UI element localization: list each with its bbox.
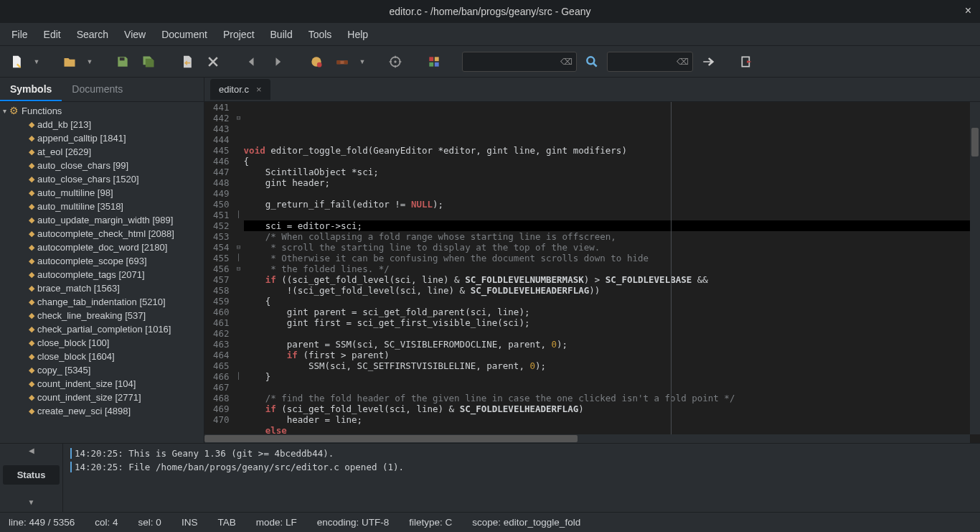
symbol-label: check_line_breaking [537] <box>37 310 146 321</box>
symbol-label: count_indent_size [104] <box>37 378 136 389</box>
svg-rect-0 <box>120 57 125 60</box>
status-filetype: filetype: C <box>409 517 452 528</box>
message-body[interactable]: 14:20:25: This is Geany 1.36 (git >= 4bc… <box>63 444 980 512</box>
build-dropdown[interactable]: ▼ <box>357 51 367 73</box>
horizontal-scrollbar[interactable] <box>204 434 970 443</box>
symbol-item[interactable]: ◆close_block [1604] <box>0 350 204 363</box>
symbol-label: auto_close_chars [99] <box>37 160 128 171</box>
sidebar-tab-symbols[interactable]: Symbols <box>0 78 62 101</box>
function-icon: ◆ <box>29 147 34 157</box>
symbol-item[interactable]: ◆create_new_sci [4898] <box>0 404 204 418</box>
menu-help[interactable]: Help <box>340 24 375 45</box>
open-recent-dropdown[interactable]: ▼ <box>85 51 95 73</box>
window-title: editor.c - /home/ban/progs/geany/src - G… <box>390 6 591 17</box>
symbol-item[interactable]: ◆auto_update_margin_width [989] <box>0 213 204 227</box>
menu-view[interactable]: View <box>117 24 153 45</box>
symbol-item[interactable]: ◆autocomplete_check_html [2088] <box>0 227 204 241</box>
run-button[interactable] <box>385 51 406 73</box>
symbol-item[interactable]: ◆copy_ [5345] <box>0 363 204 377</box>
build-button[interactable] <box>331 51 353 73</box>
symbol-item[interactable]: ◆count_indent_size [104] <box>0 377 204 391</box>
fold-column[interactable]: ⊟│⊟│⊟│ <box>234 102 244 443</box>
open-file-button[interactable] <box>59 51 80 73</box>
tree-category-functions[interactable]: ▾ ⚙ Functions <box>0 103 204 118</box>
status-enc: encoding: UTF-8 <box>317 517 390 528</box>
revert-button[interactable] <box>176 51 198 73</box>
symbol-label: append_calltip [1841] <box>37 133 126 144</box>
nav-back-button[interactable] <box>241 51 263 73</box>
window-close-button[interactable]: × <box>965 4 971 17</box>
function-icon: ◆ <box>29 256 34 266</box>
menu-edit[interactable]: Edit <box>37 24 68 45</box>
search-button[interactable] <box>581 51 603 73</box>
goto-button[interactable] <box>697 51 719 73</box>
symbol-label: at_eol [2629] <box>37 146 91 157</box>
function-icon: ◆ <box>29 270 34 279</box>
close-file-button[interactable] <box>202 51 224 73</box>
symbol-item[interactable]: ◆autocomplete_tags [2071] <box>0 268 204 281</box>
symbol-item[interactable]: ◆auto_multiline [3518] <box>0 200 204 213</box>
toolbar: ▼ ▼ ▼ ⌫ ⌫ <box>0 46 980 78</box>
nav-forward-button[interactable] <box>267 51 288 73</box>
code-editor[interactable]: 4414424434444454464474484494504514524534… <box>204 102 980 443</box>
quit-button[interactable] <box>736 51 758 73</box>
goto-clear-icon[interactable]: ⌫ <box>677 57 689 67</box>
symbol-item[interactable]: ◆check_partial_completion [1016] <box>0 322 204 336</box>
menu-document[interactable]: Document <box>154 24 215 45</box>
menu-search[interactable]: Search <box>70 24 116 45</box>
save-all-button[interactable] <box>138 51 159 73</box>
msg-scroll-left-icon[interactable]: ◀ <box>3 447 60 454</box>
symbol-item[interactable]: ◆autocomplete_doc_word [2180] <box>0 241 204 254</box>
compile-button[interactable] <box>306 51 327 73</box>
vscroll-thumb[interactable] <box>971 128 979 157</box>
function-icon: ◆ <box>29 243 34 252</box>
symbol-item[interactable]: ◆check_line_breaking [537] <box>0 309 204 322</box>
symbol-item[interactable]: ◆auto_multiline [98] <box>0 186 204 200</box>
search-input[interactable] <box>462 52 577 72</box>
menu-project[interactable]: Project <box>216 24 262 45</box>
symbol-item[interactable]: ◆add_kb [213] <box>0 118 204 131</box>
color-chooser-button[interactable] <box>423 51 445 73</box>
status-col: col: 4 <box>95 517 118 528</box>
svg-point-4 <box>394 60 396 62</box>
symbol-item[interactable]: ◆change_tab_indentation [5210] <box>0 295 204 309</box>
symbol-item[interactable]: ◆append_calltip [1841] <box>0 131 204 145</box>
sidebar-tab-documents[interactable]: Documents <box>62 78 133 101</box>
menu-build[interactable]: Build <box>263 24 300 45</box>
status-ins: INS <box>182 517 198 528</box>
goto-field-wrap: ⌫ <box>607 52 693 72</box>
symbol-item[interactable]: ◆brace_match [1563] <box>0 281 204 295</box>
menu-file[interactable]: File <box>4 24 35 45</box>
function-icon: ◆ <box>29 134 34 143</box>
search-clear-icon[interactable]: ⌫ <box>560 57 573 67</box>
function-icon: ◆ <box>29 393 34 402</box>
symbol-item[interactable]: ◆count_indent_size [2771] <box>0 391 204 404</box>
menu-tools[interactable]: Tools <box>301 24 339 45</box>
message-tab-status[interactable]: Status <box>3 465 60 485</box>
symbol-item[interactable]: ◆auto_close_chars [1520] <box>0 172 204 186</box>
status-tab: TAB <box>217 517 235 528</box>
new-file-dropdown[interactable]: ▼ <box>32 51 42 73</box>
file-tab-editor-c[interactable]: editor.c × <box>210 79 270 100</box>
message-tab-dropdown[interactable]: ▼ <box>3 495 60 509</box>
symbol-item[interactable]: ◆auto_close_chars [99] <box>0 159 204 172</box>
symbol-item[interactable]: ◆close_block [100] <box>0 336 204 350</box>
svg-rect-6 <box>435 57 439 61</box>
status-scope: scope: editor_toggle_fold <box>472 517 580 528</box>
new-file-button[interactable] <box>6 51 27 73</box>
menu-bar: File Edit Search View Document Project B… <box>0 23 980 46</box>
message-tabs: ◀ Status ▼ <box>0 444 63 512</box>
symbol-label: check_partial_completion [1016] <box>37 324 171 335</box>
symbol-item[interactable]: ◆at_eol [2629] <box>0 145 204 159</box>
file-tab-close-icon[interactable]: × <box>256 84 262 95</box>
vertical-scrollbar[interactable] <box>970 102 980 434</box>
symbol-item[interactable]: ◆autocomplete_scope [693] <box>0 254 204 268</box>
function-icon: ◆ <box>29 365 34 375</box>
code-content[interactable]: void editor_toggle_fold(GeanyEditor *edi… <box>244 102 980 443</box>
save-button[interactable] <box>112 51 133 73</box>
symbol-label: auto_multiline [3518] <box>37 201 123 212</box>
symbol-label: create_new_sci [4898] <box>37 406 131 416</box>
function-icon: ◆ <box>29 406 34 416</box>
symbol-tree[interactable]: ▾ ⚙ Functions ◆add_kb [213]◆append_callt… <box>0 102 204 443</box>
hscroll-thumb[interactable] <box>204 435 578 442</box>
